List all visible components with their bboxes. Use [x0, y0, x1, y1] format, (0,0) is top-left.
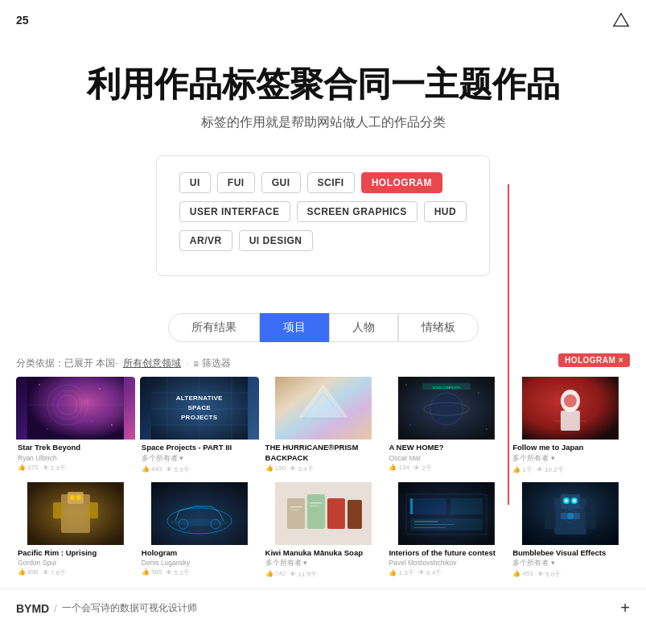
card-interiors[interactable]: Interiors of the future contest Pavel Mo… — [387, 482, 506, 582]
card-stats-7: 👍 565 👁 5.2千 — [142, 568, 257, 577]
tag-ui-design[interactable]: UI DESIGN — [239, 230, 313, 251]
pacific-visual — [16, 482, 135, 545]
svg-point-38 — [76, 495, 81, 500]
likes-9: 👍 1.3千 — [389, 568, 414, 577]
tag-ui[interactable]: UI — [179, 172, 211, 193]
svg-rect-54 — [289, 510, 298, 510]
svg-rect-65 — [410, 498, 413, 514]
hero-title: 利用作品标签聚合同一主题作品 — [32, 64, 614, 105]
card-thumb-9 — [387, 482, 506, 545]
tag-arvr[interactable]: AR/VR — [179, 230, 232, 251]
tag-fui[interactable]: FUI — [217, 172, 255, 193]
svg-rect-59 — [410, 498, 446, 514]
card-hurricane-prism[interactable]: THE HURRICANE®PRISM BACKPACK 👍 190 👁 3.4… — [264, 377, 383, 477]
tab-all-results[interactable]: 所有结果 — [168, 313, 260, 342]
card-star-trek[interactable]: Star Trek Beyond Ryan Ulbrich 👍 270 👁 2.… — [16, 377, 135, 477]
card-stats-1: 👍 270 👁 2.3千 — [18, 464, 134, 473]
svg-point-28 — [487, 429, 488, 430]
likes-8: 👍 742 — [265, 570, 286, 579]
tag-user-interface[interactable]: USER INTERFACE — [179, 201, 290, 222]
footer-left: BYMD / 一个会写诗的数据可视化设计师 — [16, 601, 197, 615]
tab-projects[interactable]: 项目 — [260, 313, 329, 342]
hologram-active-badge[interactable]: HOLOGRAM — [558, 353, 630, 367]
likes-4: 👍 134 — [389, 464, 409, 473]
card-author-2: 多个所有者 ▾ — [142, 454, 257, 464]
svg-point-72 — [573, 499, 576, 502]
card-thumb-4: SCAN COMPLETE — [387, 377, 506, 440]
likes-7: 👍 565 — [142, 568, 163, 577]
card-title-4: A NEW HOME? — [389, 443, 504, 452]
views-2: 👁 5.9千 — [166, 465, 189, 474]
card-new-home[interactable]: SCAN COMPLETE A NEW HOME? Oscar Mar 👍 13… — [387, 377, 506, 477]
svg-rect-62 — [414, 521, 438, 522]
card-author-5: 多个所有者 ▾ — [512, 454, 628, 464]
svg-point-6 — [99, 389, 101, 390]
filter-tools-label: 筛选器 — [202, 357, 231, 370]
card-overlay-text: AlternativeSpace Projects — [170, 394, 229, 423]
svg-point-5 — [39, 385, 40, 386]
card-info-4: A NEW HOME? Oscar Mar 👍 134 👁 2千 — [387, 440, 506, 475]
card-space-projects[interactable]: AlternativeSpace Projects Space Projects… — [140, 377, 259, 477]
tag-scifi[interactable]: SCIFI — [307, 172, 355, 193]
svg-rect-64 — [414, 527, 446, 528]
card-author-9: Pavel Mostovshchikov — [389, 559, 504, 567]
likes-10: 👍 453 — [512, 570, 533, 579]
likes-1: 👍 270 — [18, 464, 39, 473]
svg-point-8 — [47, 429, 47, 430]
views-8: 👁 11.5千 — [290, 570, 317, 579]
tab-people[interactable]: 人物 — [329, 313, 398, 342]
card-info-3: THE HURRICANE®PRISM BACKPACK 👍 190 👁 3.4… — [264, 440, 383, 477]
svg-rect-75 — [545, 505, 556, 529]
tag-screen-graphics[interactable]: SCREEN GRAPHICS — [297, 201, 418, 222]
tab-moodboard[interactable]: 情绪板 — [398, 313, 479, 342]
svg-point-37 — [70, 495, 75, 500]
filter-bar: 分类依据：已展开 本国· 所有创意领域 · ≡ 筛选器 HOLOGRAM — [0, 350, 646, 377]
tags-card: UI FUI GUI SCIFI HOLOGRAM USER INTERFACE… — [156, 155, 490, 276]
tag-hologram[interactable]: HOLOGRAM — [361, 172, 442, 193]
grid-row-1: Star Trek Beyond Ryan Ulbrich 👍 270 👁 2.… — [0, 377, 646, 477]
hero-subtitle: 标签的作用就是帮助网站做人工的作品分类 — [32, 114, 614, 131]
svg-point-9 — [91, 421, 92, 422]
card-bumblebee[interactable]: Bumblebee Visual Effects 多个所有者 ▾ 👍 453 👁… — [511, 482, 630, 582]
card-title-5: Follow me to Japan — [512, 443, 628, 452]
views-3: 👁 3.4千 — [290, 464, 313, 473]
svg-rect-56 — [309, 506, 319, 506]
card-stats-2: 👍 443 👁 5.9千 — [142, 465, 257, 474]
tag-hud[interactable]: HUD — [424, 201, 467, 222]
hologram-connector-line — [508, 184, 509, 505]
filter-sep: · — [186, 358, 188, 369]
tags-row-1: UI FUI GUI SCIFI HOLOGRAM — [179, 172, 467, 193]
likes-3: 👍 190 — [265, 464, 286, 473]
card-japan[interactable]: Follow me to Japan 多个所有者 ▾ 👍 1千 👁 10.2千 — [511, 377, 630, 477]
header-number: 25 — [16, 14, 29, 27]
svg-rect-36 — [68, 492, 84, 504]
views-5: 👁 10.2千 — [537, 465, 564, 474]
card-kiwi-soap[interactable]: Kiwi Manuka Mānuka Soap 多个所有者 ▾ 👍 742 👁 … — [264, 482, 383, 582]
interiors-visual — [387, 482, 506, 545]
card-author-10: 多个所有者 ▾ — [512, 559, 628, 568]
card-thumb-7 — [140, 482, 259, 545]
card-title-2: Space Projects - PART III — [142, 443, 257, 452]
card-hologram[interactable]: Hologram Denis Lugansky 👍 565 👁 5.2千 — [140, 482, 259, 582]
filter-bar-link[interactable]: 所有创意领域 — [123, 357, 181, 370]
svg-rect-0 — [27, 377, 124, 440]
likes-6: 👍 898 — [18, 568, 39, 577]
card-thumb-2: AlternativeSpace Projects — [140, 377, 259, 440]
svg-rect-49 — [286, 498, 304, 529]
svg-point-26 — [479, 393, 479, 394]
card-author-6: Gordon Spur — [18, 559, 134, 567]
likes-2: 👍 443 — [142, 465, 163, 474]
svg-rect-41 — [53, 502, 63, 518]
svg-point-71 — [565, 499, 568, 502]
card-author-7: Denis Lugansky — [142, 559, 257, 567]
svg-point-32 — [564, 394, 577, 407]
views-4: 👁 2千 — [414, 464, 432, 473]
tag-gui[interactable]: GUI — [261, 172, 301, 193]
footer-plus-button[interactable]: + — [620, 599, 630, 617]
svg-point-47 — [169, 519, 230, 526]
card-stats-8: 👍 742 👁 11.5千 — [265, 570, 381, 579]
filter-tools-button[interactable]: ≡ 筛选器 — [193, 357, 231, 370]
card-pacific-rim[interactable]: Pacific Rim : Uprising Gordon Spur 👍 898… — [16, 482, 135, 582]
svg-rect-53 — [289, 506, 302, 508]
svg-rect-52 — [347, 500, 361, 529]
